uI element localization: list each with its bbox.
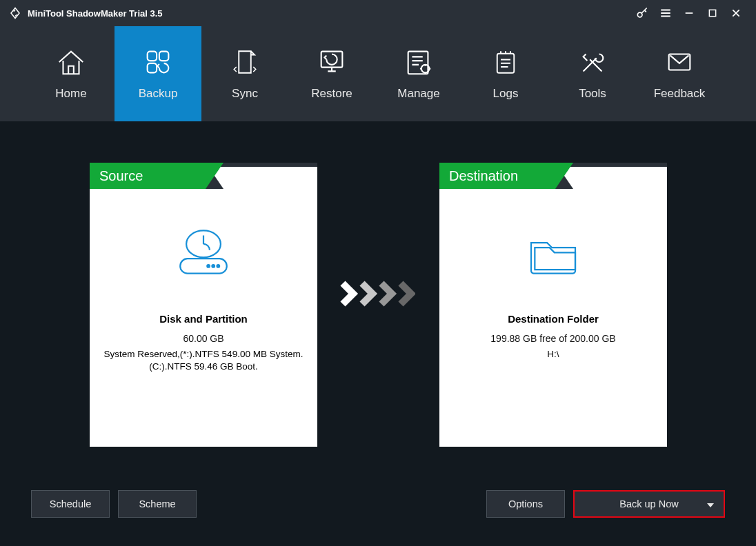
svg-rect-6 — [408, 52, 428, 74]
menu-icon[interactable] — [654, 0, 677, 26]
folder-icon — [522, 226, 584, 283]
nav-home[interactable]: Home — [28, 26, 115, 121]
backup-now-label: Back up Now — [619, 498, 678, 509]
scheme-button[interactable]: Scheme — [118, 490, 197, 518]
sync-icon — [230, 47, 259, 77]
destination-panel[interactable]: Destination Destination Folder 199.88 GB… — [439, 163, 667, 447]
svg-point-11 — [217, 265, 220, 267]
backup-now-button[interactable]: Back up Now — [573, 490, 725, 518]
options-button[interactable]: Options — [486, 490, 565, 518]
titlebar: MiniTool ShadowMaker Trial 3.5 — [0, 0, 756, 26]
manage-icon — [403, 47, 435, 77]
nav-logs[interactable]: Logs — [462, 26, 549, 121]
nav-label: Feedback — [654, 87, 706, 101]
destination-panel-header: Destination — [439, 163, 667, 189]
svg-point-12 — [212, 265, 215, 267]
maximize-button[interactable] — [701, 0, 724, 26]
nav-label: Restore — [311, 87, 352, 101]
svg-point-0 — [637, 12, 642, 17]
logs-icon — [491, 47, 520, 77]
source-panel[interactable]: Source Disk and Partition 60.00 GB Syste… — [90, 163, 317, 447]
nav-label: Home — [55, 87, 86, 101]
svg-point-13 — [207, 265, 210, 267]
feedback-icon — [664, 47, 695, 77]
schedule-button[interactable]: Schedule — [31, 490, 110, 518]
source-details-line1: System Reserved,(*:).NTFS 549.00 MB Syst… — [104, 349, 304, 359]
nav-label: Backup — [139, 87, 178, 101]
nav-manage[interactable]: Manage — [375, 26, 462, 121]
bottom-toolbar: Schedule Scheme Options Back up Now — [0, 487, 756, 521]
transfer-arrows-icon — [339, 280, 415, 307]
nav-label: Manage — [397, 87, 439, 101]
main-nav: Home Backup Sync Restore Manage Logs T — [0, 26, 756, 121]
close-button[interactable] — [724, 0, 748, 26]
backup-icon — [142, 47, 174, 77]
svg-rect-4 — [148, 63, 157, 72]
svg-rect-3 — [159, 52, 168, 61]
nav-sync[interactable]: Sync — [201, 26, 288, 121]
key-icon[interactable] — [630, 0, 654, 26]
tools-icon — [577, 47, 608, 77]
dropdown-caret-icon — [707, 498, 714, 509]
app-title: MiniTool ShadowMaker Trial 3.5 — [28, 8, 163, 19]
source-header-label: Source — [90, 163, 206, 189]
app-logo-icon — [8, 6, 22, 20]
source-title: Disk and Partition — [159, 313, 248, 325]
destination-path: H:\ — [540, 348, 566, 361]
nav-tools[interactable]: Tools — [549, 26, 636, 121]
restore-icon — [316, 47, 348, 77]
disk-icon — [172, 226, 235, 283]
nav-backup[interactable]: Backup — [115, 26, 201, 121]
destination-free: 199.88 GB free of 200.00 GB — [490, 333, 615, 344]
minimize-button[interactable] — [677, 0, 701, 26]
backup-content: Source Disk and Partition 60.00 GB Syste… — [0, 121, 756, 463]
source-size: 60.00 GB — [183, 333, 223, 344]
nav-label: Logs — [493, 87, 519, 101]
source-details: System Reserved,(*:).NTFS 549.00 MB Syst… — [97, 348, 310, 373]
nav-label: Sync — [232, 87, 258, 101]
svg-rect-1 — [709, 10, 715, 16]
nav-feedback[interactable]: Feedback — [636, 26, 723, 121]
destination-header-label: Destination — [439, 163, 555, 189]
destination-title: Destination Folder — [508, 313, 599, 325]
home-icon — [55, 47, 87, 77]
nav-label: Tools — [579, 87, 606, 101]
source-details-line2: (C:).NTFS 59.46 GB Boot. — [149, 361, 258, 372]
svg-rect-2 — [148, 52, 157, 61]
source-panel-header: Source — [90, 163, 317, 189]
nav-restore[interactable]: Restore — [288, 26, 375, 121]
